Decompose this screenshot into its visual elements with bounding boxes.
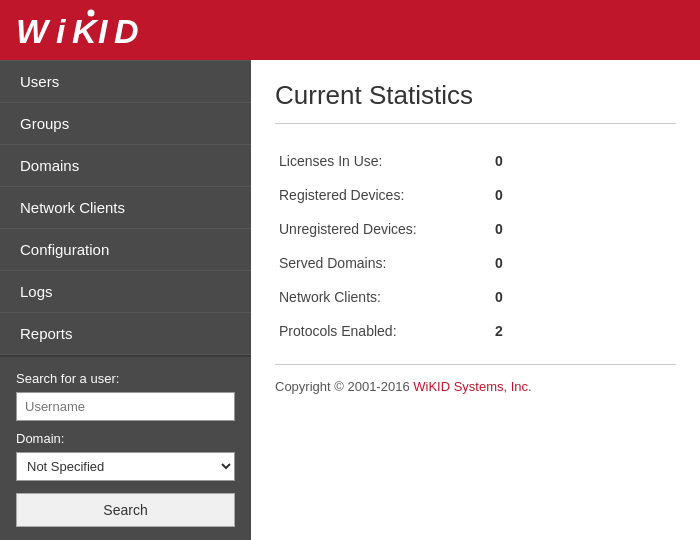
- stat-unregistered-devices: Unregistered Devices: 0: [275, 212, 676, 246]
- svg-text:K: K: [72, 12, 99, 49]
- stat-protocols-value: 2: [475, 314, 676, 348]
- svg-text:D: D: [114, 12, 139, 49]
- bottom-divider: [275, 364, 676, 365]
- svg-text:i: i: [56, 12, 67, 49]
- stat-registered-label: Registered Devices:: [275, 178, 475, 212]
- stat-protocols: Protocols Enabled: 2: [275, 314, 676, 348]
- stat-unregistered-label: Unregistered Devices:: [275, 212, 475, 246]
- stat-registered-value: 0: [475, 178, 676, 212]
- sidebar: Users Groups Domains Network Clients Con…: [0, 60, 251, 540]
- sidebar-item-reports[interactable]: Reports: [0, 313, 251, 355]
- svg-text:W: W: [16, 12, 51, 49]
- sidebar-item-users[interactable]: Users: [0, 60, 251, 103]
- logo: W i K I D: [16, 9, 196, 52]
- search-button[interactable]: Search: [16, 493, 235, 527]
- search-for-label: Search for a user:: [16, 371, 235, 386]
- stat-network-value: 0: [475, 280, 676, 314]
- stat-licenses: Licenses In Use: 0: [275, 144, 676, 178]
- stat-network-label: Network Clients:: [275, 280, 475, 314]
- main-layout: Users Groups Domains Network Clients Con…: [0, 60, 700, 540]
- stat-served-label: Served Domains:: [275, 246, 475, 280]
- stat-served-domains: Served Domains: 0: [275, 246, 676, 280]
- svg-text:I: I: [98, 12, 109, 49]
- domain-label: Domain:: [16, 431, 235, 446]
- stat-licenses-value: 0: [475, 144, 676, 178]
- sidebar-item-network-clients[interactable]: Network Clients: [0, 187, 251, 229]
- copyright-prefix: Copyright © 2001-2016: [275, 379, 413, 394]
- domain-select[interactable]: Not Specified: [16, 452, 235, 481]
- sidebar-item-domains[interactable]: Domains: [0, 145, 251, 187]
- sidebar-item-configuration[interactable]: Configuration: [0, 229, 251, 271]
- copyright: Copyright © 2001-2016 WiKID Systems, Inc…: [275, 379, 676, 394]
- logo-svg: W i K I D: [16, 9, 196, 49]
- stat-unregistered-value: 0: [475, 212, 676, 246]
- sidebar-item-logs[interactable]: Logs: [0, 271, 251, 313]
- stat-registered-devices: Registered Devices: 0: [275, 178, 676, 212]
- title-divider: [275, 123, 676, 124]
- username-input[interactable]: [16, 392, 235, 421]
- stat-protocols-label: Protocols Enabled:: [275, 314, 475, 348]
- stat-served-value: 0: [475, 246, 676, 280]
- copyright-link[interactable]: WiKID Systems, Inc.: [413, 379, 531, 394]
- sidebar-item-groups[interactable]: Groups: [0, 103, 251, 145]
- search-section: Search for a user: Domain: Not Specified…: [0, 355, 251, 540]
- stats-table: Licenses In Use: 0 Registered Devices: 0…: [275, 144, 676, 348]
- main-content: Current Statistics Licenses In Use: 0 Re…: [251, 60, 700, 540]
- app-header: W i K I D: [0, 0, 700, 60]
- page-title: Current Statistics: [275, 80, 676, 111]
- nav-section: Users Groups Domains Network Clients Con…: [0, 60, 251, 355]
- stat-licenses-label: Licenses In Use:: [275, 144, 475, 178]
- stat-network-clients: Network Clients: 0: [275, 280, 676, 314]
